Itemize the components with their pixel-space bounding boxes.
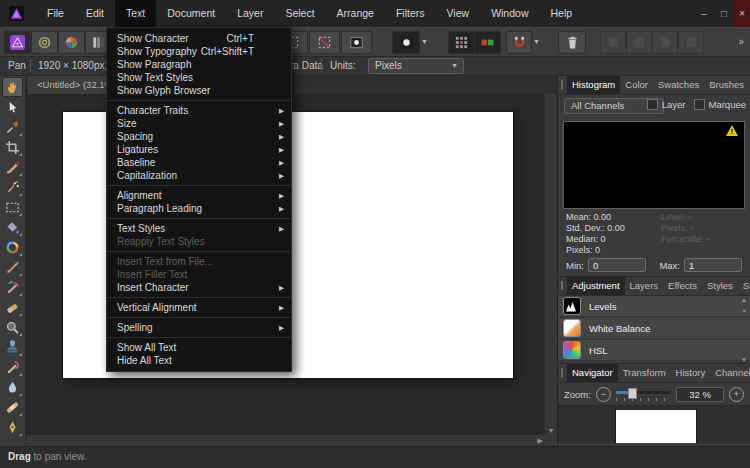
checkbox-box[interactable] [694,99,705,110]
develop-persona-button[interactable] [58,31,85,54]
menu-item-character-traits[interactable]: Character Traits▶ [107,104,291,117]
tab-transform[interactable]: Transform [618,364,671,382]
tab-stock[interactable]: Stock [738,277,750,295]
tab-effects[interactable]: Effects [663,277,702,295]
paint-brush-tool[interactable] [2,257,23,277]
adjustment-item-hsl[interactable]: HSL [558,340,750,360]
pixel-snap-button[interactable] [474,31,501,54]
zoom-in-button[interactable]: + [729,387,744,402]
minimize-button[interactable]: – [694,0,714,27]
scroll-handle[interactable]: ● [740,307,748,313]
menu-item-spelling[interactable]: Spelling▶ [107,321,291,334]
menubar-item-file[interactable]: File [36,0,75,27]
menu-item-baseline[interactable]: Baseline▶ [107,156,291,169]
menubar-item-text[interactable]: Text [115,0,156,27]
scroll-down-icon[interactable]: ▼ [545,427,557,434]
menubar-item-document[interactable]: Document [156,0,226,27]
checkbox-marquee[interactable]: Marquee [694,99,747,110]
tab-histogram[interactable]: Histogram [567,76,620,94]
close-button[interactable]: × [734,0,750,27]
checkbox-layer[interactable]: Layer [647,99,686,110]
menu-item-insert-character[interactable]: Insert Character▶ [107,281,291,294]
checkbox-box[interactable] [647,99,658,110]
menubar-item-arrange[interactable]: Arrange [326,0,385,27]
panel-grip[interactable] [561,80,563,89]
vertical-scrollbar[interactable]: ▼ [544,94,557,435]
scroll-up-icon[interactable]: ▲ [740,297,748,303]
menu-item-show-paragraph[interactable]: Show Paragraph [107,58,291,71]
colour-replacement-tool[interactable] [2,277,23,297]
crop-tool[interactable] [2,137,23,157]
marquee-tool[interactable] [2,197,23,217]
zoom-slider[interactable] [616,387,671,401]
toolbar-overflow-button[interactable]: » [738,28,744,56]
delete-button[interactable] [558,31,586,54]
selection-brush-tool[interactable] [2,157,23,177]
snapping-button[interactable] [506,31,532,54]
menu-item-paragraph-leading[interactable]: Paragraph Leading▶ [107,202,291,215]
panel-grip[interactable] [561,281,563,290]
panel-grip[interactable] [561,368,563,377]
erase-tool[interactable] [2,297,23,317]
menubar-item-window[interactable]: Window [480,0,539,27]
grid-snap-button[interactable] [448,31,475,54]
blur-tool[interactable] [2,377,23,397]
menubar-item-select[interactable]: Select [274,0,325,27]
pen-tool[interactable] [2,417,23,437]
healing-brush-tool[interactable] [2,397,23,417]
scroll-down-icon[interactable]: ▼ [740,357,748,363]
tab-navigator[interactable]: Navigator [567,364,618,382]
tab-history[interactable]: History [671,364,711,382]
menubar-item-view[interactable]: View [436,0,481,27]
menu-item-capitalization[interactable]: Capitalization▶ [107,169,291,182]
view-tool[interactable] [2,77,23,97]
menu-item-show-all-text[interactable]: Show All Text [107,341,291,354]
adjustment-item-levels[interactable]: Levels [558,296,750,316]
move-tool[interactable] [2,97,23,117]
navigator-preview[interactable] [558,405,750,443]
adjustment-scrollbar[interactable]: ▲ ● ▼ [740,297,748,363]
tab-layers[interactable]: Layers [625,277,664,295]
menu-item-show-glyph-browser[interactable]: Show Glyph Browser [107,84,291,97]
gradient-tool[interactable] [2,237,23,257]
menubar-item-help[interactable]: Help [539,0,583,27]
flood-fill-tool[interactable] [2,217,23,237]
tab-styles[interactable]: Styles [702,277,738,295]
menubar-item-filters[interactable]: Filters [385,0,436,27]
menu-item-size[interactable]: Size▶ [107,117,291,130]
deselect-button[interactable] [309,31,340,54]
menu-item-show-text-styles[interactable]: Show Text Styles [107,71,291,84]
tab-color[interactable]: Color [620,76,653,94]
zoom-out-button[interactable]: − [596,387,611,402]
view-quality-caret[interactable]: ▼ [419,31,430,52]
snapping-caret[interactable]: ▼ [531,31,542,52]
tab-adjustment[interactable]: Adjustment [567,277,625,295]
clone-stamp-tool[interactable] [2,337,23,357]
tab-channels[interactable]: Channels [710,364,750,382]
photo-persona-button[interactable] [4,31,31,54]
adjustment-item-white-balance[interactable]: White Balance [558,318,750,338]
tab-swatches[interactable]: Swatches [653,76,704,94]
menubar-item-edit[interactable]: Edit [75,0,115,27]
quick-mask-button[interactable] [341,31,372,54]
color-picker-tool[interactable] [2,117,23,137]
menu-item-vertical-alignment[interactable]: Vertical Alignment▶ [107,301,291,314]
min-input[interactable] [588,258,646,272]
menu-item-spacing[interactable]: Spacing▶ [107,130,291,143]
maximize-button[interactable]: □ [714,0,734,27]
menu-item-show-character[interactable]: Show CharacterCtrl+T [107,32,291,45]
menubar-item-layer[interactable]: Layer [226,0,274,27]
zoom-value[interactable]: 32 % [676,387,724,402]
tab-brushes[interactable]: Brushes [704,76,749,94]
view-quality-button[interactable] [392,31,420,54]
menu-item-text-styles[interactable]: Text Styles▶ [107,222,291,235]
flood-select-tool[interactable] [2,177,23,197]
max-input[interactable] [684,258,742,272]
menu-item-ligatures[interactable]: Ligatures▶ [107,143,291,156]
blemish-removal-tool[interactable] [2,317,23,337]
liquify-persona-button[interactable] [31,31,58,54]
menu-item-show-typography[interactable]: Show TypographyCtrl+Shift+T [107,45,291,58]
menu-item-alignment[interactable]: Alignment▶ [107,189,291,202]
menu-item-hide-all-text[interactable]: Hide All Text [107,354,291,367]
smudge-tool[interactable] [2,357,23,377]
